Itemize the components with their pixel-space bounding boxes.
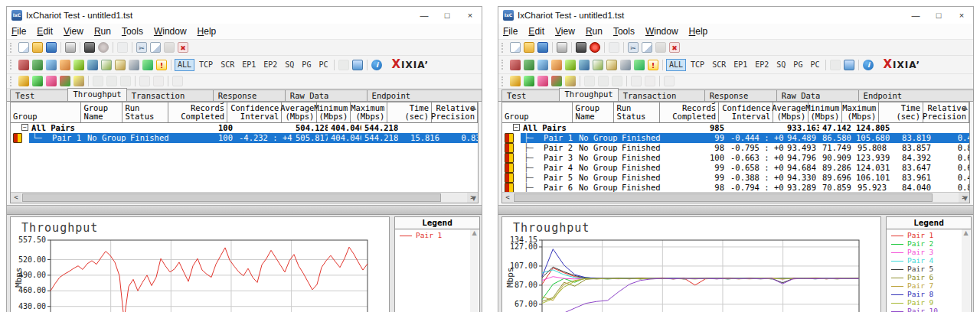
scroll-up-arrow[interactable]: ▲ <box>472 104 476 111</box>
cut-icon[interactable]: ✂ <box>628 42 639 53</box>
pair-row-1[interactable]: ├─Pair 1No GroupFinished99-0.444 : +0.44… <box>502 133 969 143</box>
filter-button-sq[interactable]: SQ <box>282 59 297 71</box>
results-settings-icon[interactable] <box>634 60 645 70</box>
filter-button-scr[interactable]: SCR <box>709 59 729 71</box>
apply-changes-icon[interactable] <box>830 60 841 70</box>
run-test-icon[interactable] <box>576 42 586 53</box>
column-header-4[interactable]: 95% Confidence Interval <box>719 102 773 122</box>
close-button[interactable]: × <box>950 7 973 24</box>
filter-button-pc[interactable]: PC <box>807 59 822 71</box>
cut-icon[interactable]: ✂ <box>136 42 147 53</box>
pair-row-4[interactable]: ├─Pair 4No GroupFinished99-0.658 : +0.65… <box>502 163 969 173</box>
toolbar-grip[interactable] <box>10 76 14 86</box>
tab-test-setup[interactable]: Test Setup <box>10 89 68 101</box>
endpoint-browser-icon[interactable] <box>537 60 548 70</box>
menu-item-tools[interactable]: Tools <box>613 26 635 37</box>
toolbar-grip[interactable] <box>10 60 14 70</box>
legend-item-9[interactable]: Pair 9 <box>891 299 969 307</box>
column-header-6[interactable]: Minimum (Mbps) <box>808 102 842 122</box>
close-button[interactable]: × <box>459 7 482 24</box>
priority-warning-icon[interactable]: ! <box>156 60 167 70</box>
pane-splitter[interactable] <box>7 205 482 215</box>
expand-groups-icon[interactable] <box>584 76 595 86</box>
pane-splitter[interactable] <box>498 205 973 215</box>
run-test-icon[interactable] <box>84 42 95 53</box>
scroll-down-arrow[interactable]: ▼ <box>963 195 968 202</box>
group-edit-icon[interactable] <box>551 76 562 86</box>
sort-groups-icon[interactable] <box>612 76 622 86</box>
legend-item-8[interactable]: Pair 8 <box>891 291 969 298</box>
menu-item-edit[interactable]: Edit <box>528 26 544 37</box>
toolbar-grip[interactable] <box>501 60 505 70</box>
unlink-pairs-icon[interactable] <box>153 76 164 86</box>
filter-button-ep2[interactable]: EP2 <box>260 59 280 71</box>
link-pairs-icon[interactable] <box>631 76 642 86</box>
print-icon[interactable] <box>557 42 567 53</box>
pair-row-3[interactable]: ├─Pair 3No GroupFinished100-0.663 : +0.6… <box>502 153 969 163</box>
apply-changes-icon[interactable] <box>338 60 349 70</box>
legend-item-7[interactable]: Pair 7 <box>891 282 969 290</box>
horizontal-scrollbar[interactable]: <> <box>11 192 478 203</box>
tab-transaction-rate[interactable]: Transaction Rate <box>126 89 214 101</box>
legend-scroll-up-arrow[interactable]: ▲ <box>962 229 970 237</box>
filter-button-all[interactable]: ALL <box>666 59 686 71</box>
save-test-icon[interactable] <box>537 42 548 53</box>
pair-row-1[interactable]: └─Pair 1No GroupFinished100-4.232 : +4.2… <box>11 133 478 143</box>
tab-response-time[interactable]: Response Time <box>213 89 286 101</box>
legend-item-2[interactable]: Pair 2 <box>891 240 969 248</box>
scroll-up-arrow[interactable]: ▲ <box>963 104 968 111</box>
video-pair-icon[interactable] <box>74 60 84 70</box>
column-header-7[interactable]: Maximum (Mbps) <box>842 102 879 122</box>
legend-item-5[interactable]: Pair 5 <box>891 265 969 273</box>
about-ixia-icon[interactable]: i <box>371 60 382 70</box>
column-header-1[interactable]: Pair Group Name <box>573 102 614 122</box>
link-endpoints-icon[interactable] <box>551 60 562 70</box>
column-header-8[interactable]: Measured Time (sec) <box>387 102 432 122</box>
filter-button-sq[interactable]: SQ <box>773 59 789 71</box>
menu-item-window[interactable]: Window <box>154 26 187 37</box>
paste-icon[interactable] <box>164 42 175 53</box>
menu-item-view[interactable]: View <box>555 26 575 37</box>
multicast-group-icon[interactable] <box>87 60 98 70</box>
multicast-group-icon[interactable] <box>579 60 590 70</box>
scrollbar-thumb[interactable] <box>514 193 933 202</box>
filter-button-pg[interactable]: PG <box>299 59 314 71</box>
column-header-2[interactable]: Run Status <box>122 102 168 122</box>
unlink-pairs-icon[interactable] <box>645 76 655 86</box>
filter-button-scr[interactable]: SCR <box>217 59 237 71</box>
minimize-button[interactable]: — <box>904 7 927 24</box>
all-pairs-row[interactable]: −All Pairs985933.16347.142124.805 <box>502 123 969 133</box>
save-test-icon[interactable] <box>46 42 57 53</box>
annotate-icon[interactable] <box>565 76 576 86</box>
collapse-groups-icon[interactable] <box>106 76 117 86</box>
performance-icon[interactable] <box>606 60 617 70</box>
scroll-down-arrow[interactable]: ▼ <box>472 195 476 202</box>
tab-endpoint-configuration[interactable]: Endpoint Configuration <box>858 89 974 101</box>
wizard-icon[interactable] <box>510 76 521 86</box>
pair-row-5[interactable]: ├─Pair 5No GroupFinished99-0.388 : +0.38… <box>502 173 969 183</box>
tab-response-time[interactable]: Response Time <box>704 89 777 101</box>
menu-item-view[interactable]: View <box>64 26 83 37</box>
minimize-button[interactable]: — <box>413 7 436 24</box>
new-test-icon[interactable] <box>510 42 521 53</box>
menu-item-run[interactable]: Run <box>94 26 111 37</box>
datagram-options-icon[interactable] <box>129 60 139 70</box>
tab-raw-data-totals[interactable]: Raw Data Totals <box>285 89 368 101</box>
endpoint-browser-icon[interactable] <box>46 60 57 70</box>
copy-icon[interactable] <box>150 42 161 53</box>
about-ixia-icon[interactable]: i <box>863 60 874 70</box>
filter-button-pc[interactable]: PC <box>315 59 331 71</box>
menu-item-help[interactable]: Help <box>198 26 217 37</box>
tab-throughput[interactable]: Throughput <box>559 88 618 101</box>
stop-test-icon[interactable] <box>590 42 600 53</box>
menu-item-window[interactable]: Window <box>645 26 678 37</box>
toolbar-grip[interactable] <box>501 43 505 53</box>
legend-scrollbar[interactable]: ▲ <box>962 229 970 312</box>
pairs-window-icon[interactable] <box>352 60 363 70</box>
link-pairs-icon[interactable] <box>139 76 150 86</box>
column-header-0[interactable]: Group <box>11 102 81 122</box>
legend-item-1[interactable]: Pair 1 <box>891 232 969 239</box>
stop-test-icon[interactable] <box>98 42 109 53</box>
priority-warning-icon[interactable]: ! <box>648 60 658 70</box>
pair-row-2[interactable]: ├─Pair 2No GroupFinished98-0.795 : +0.79… <box>502 143 969 153</box>
